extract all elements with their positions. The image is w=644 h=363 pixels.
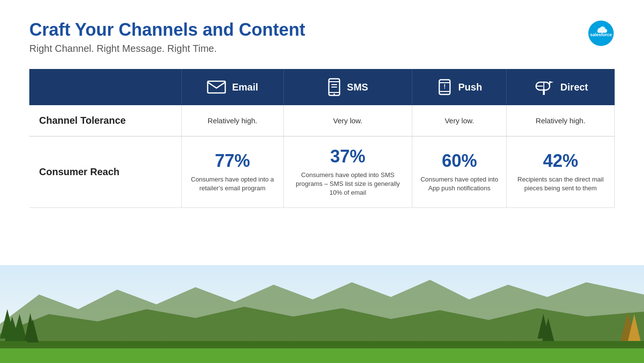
salesforce-logo: salesforce bbox=[587, 20, 615, 47]
header-empty bbox=[29, 69, 181, 105]
subtitle: Right Channel. Right Message. Right Time… bbox=[29, 43, 305, 54]
main-title: Craft Your Channels and Content bbox=[29, 20, 305, 40]
direct-label: Direct bbox=[560, 82, 588, 93]
sms-header: SMS bbox=[289, 78, 408, 96]
svg-rect-21 bbox=[331, 87, 337, 88]
reach-email-percent: 77% bbox=[189, 151, 276, 171]
tolerance-direct-text: Relatively high. bbox=[536, 116, 585, 125]
push-header: ! Push bbox=[417, 78, 501, 96]
channel-table: Email SMS bbox=[29, 69, 615, 208]
tolerance-sms-text: Very low. bbox=[333, 116, 363, 125]
reach-email-desc: Consumers have opted into a retailer's e… bbox=[189, 175, 276, 193]
tolerance-push: Very low. bbox=[412, 105, 507, 136]
reach-push-desc: Consumers have opted into App push notif… bbox=[420, 175, 499, 193]
reach-label: Consumer Reach bbox=[29, 136, 181, 208]
sms-icon bbox=[327, 78, 341, 96]
svg-marker-31 bbox=[550, 81, 554, 83]
svg-rect-16 bbox=[208, 81, 225, 93]
reach-email: 77% Consumers have opted into a retailer… bbox=[181, 136, 283, 208]
svg-text:!: ! bbox=[444, 83, 446, 90]
reach-direct: 42% Recipients scan the direct mail piec… bbox=[507, 136, 615, 208]
email-label: Email bbox=[232, 82, 258, 93]
header-sms: SMS bbox=[283, 69, 412, 105]
tolerance-email: Relatively high. bbox=[181, 105, 283, 136]
tolerance-row: Channel Tolerance Relatively high. Very … bbox=[29, 105, 615, 136]
header-area: Craft Your Channels and Content Right Ch… bbox=[29, 20, 615, 54]
reach-row: Consumer Reach 77% Consumers have opted … bbox=[29, 136, 615, 208]
main-content: Craft Your Channels and Content Right Ch… bbox=[0, 0, 644, 218]
reach-sms-percent: 37% bbox=[291, 146, 405, 167]
reach-direct-percent: 42% bbox=[514, 151, 607, 171]
tolerance-email-text: Relatively high. bbox=[208, 116, 258, 125]
email-icon bbox=[207, 79, 226, 95]
reach-push-percent: 60% bbox=[420, 151, 499, 171]
svg-text:salesforce: salesforce bbox=[590, 32, 612, 37]
email-header: Email bbox=[187, 79, 279, 95]
header-email: Email bbox=[181, 69, 283, 105]
header-direct: Direct bbox=[507, 69, 615, 105]
tolerance-direct: Relatively high. bbox=[507, 105, 615, 136]
direct-icon bbox=[533, 78, 555, 96]
reach-sms-desc: Consumers have opted into SMS programs –… bbox=[291, 171, 405, 198]
tolerance-label: Channel Tolerance bbox=[29, 105, 181, 136]
direct-header: Direct bbox=[512, 78, 609, 96]
title-block: Craft Your Channels and Content Right Ch… bbox=[29, 20, 305, 54]
tolerance-sms: Very low. bbox=[283, 105, 412, 136]
sms-label: SMS bbox=[347, 82, 368, 93]
push-label: Push bbox=[458, 82, 482, 93]
reach-push: 60% Consumers have opted into App push n… bbox=[412, 136, 507, 208]
table-header-row: Email SMS bbox=[29, 69, 615, 105]
reach-sms: 37% Consumers have opted into SMS progra… bbox=[283, 136, 412, 208]
svg-point-22 bbox=[334, 93, 335, 95]
svg-rect-7 bbox=[0, 348, 644, 363]
tolerance-push-text: Very low. bbox=[445, 116, 474, 125]
push-icon: ! bbox=[437, 78, 452, 96]
reach-direct-desc: Recipients scan the direct mail pieces b… bbox=[514, 175, 607, 193]
svg-rect-20 bbox=[331, 84, 337, 85]
header-push: ! Push bbox=[412, 69, 507, 105]
